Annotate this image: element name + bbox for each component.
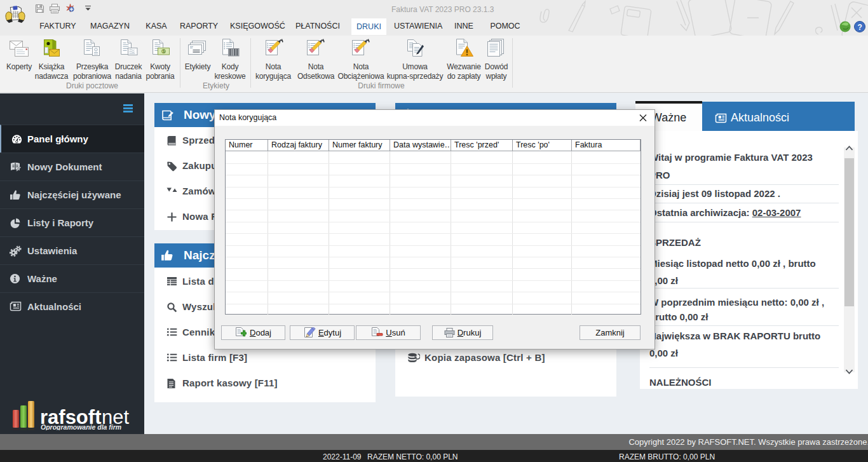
svg-text:$: $ [163, 49, 165, 53]
svg-text:?: ? [858, 23, 862, 32]
svg-text:Oprogramowanie dla firm: Oprogramowanie dla firm [41, 423, 121, 430]
